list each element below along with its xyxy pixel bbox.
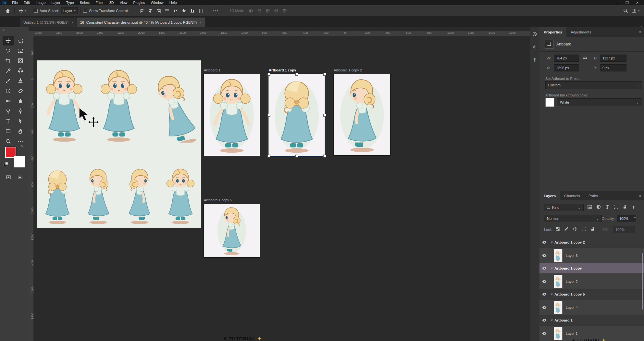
preset-dropdown[interactable]: Custom⌄ (545, 81, 642, 89)
x-field[interactable]: 2896 px (554, 64, 579, 71)
layer-name[interactable]: Artboard 1 copy 2 (554, 240, 585, 244)
visibility-eye-icon[interactable] (539, 279, 549, 284)
tab-properties[interactable]: Properties (539, 27, 566, 37)
minimize-icon[interactable]: – (616, 1, 618, 5)
image-filter-icon[interactable] (587, 204, 593, 210)
menu-view[interactable]: View (117, 0, 130, 5)
history-panel-icon[interactable] (531, 31, 538, 38)
auto-select-checkbox[interactable] (34, 9, 38, 13)
layer-group-artboard-1-copy-5[interactable]: ∨Artboard 1 copy 5 (539, 289, 644, 299)
distribute-v-icon[interactable] (197, 7, 205, 15)
height-field[interactable]: 1137 px (600, 55, 626, 62)
crop-tool[interactable] (3, 56, 14, 66)
layer-name[interactable]: Layer 4 (566, 306, 578, 309)
layers-scrollbar[interactable] (642, 253, 643, 309)
menu-window[interactable]: Window (148, 0, 167, 5)
menu-image[interactable]: Image (33, 0, 49, 5)
collapse-dock-icon[interactable]: « (534, 21, 536, 31)
dodge-tool[interactable] (3, 106, 14, 116)
layer-name[interactable]: Artboard 1 (554, 318, 573, 322)
expand-chevron-icon[interactable]: ∨ (549, 267, 554, 270)
visibility-eye-icon[interactable] (539, 331, 549, 336)
artboard-artboard-1[interactable] (204, 74, 260, 156)
object-select-tool[interactable] (15, 46, 26, 56)
layer-name[interactable]: Artboard 1 copy (554, 266, 582, 270)
rectangle-tool[interactable] (3, 126, 14, 136)
width-field[interactable]: 704 px (554, 55, 579, 62)
tab-channels[interactable]: Channels (560, 191, 584, 200)
distribute-h-icon[interactable] (163, 7, 171, 15)
layer-thumbnail[interactable] (554, 301, 563, 314)
collapse-panel-icon[interactable]: « (3, 28, 5, 32)
brush-tool[interactable] (3, 76, 14, 86)
attribute-filter-icon[interactable] (631, 204, 637, 210)
lock-transparent-icon[interactable] (555, 226, 560, 232)
tab-close-icon[interactable]: × (200, 21, 202, 24)
auto-select-dropdown[interactable]: Layer ▾ (61, 7, 78, 14)
opacity-field[interactable]: 100% (617, 215, 636, 222)
panel-menu-icon[interactable]: ≡ (639, 30, 641, 34)
layer-name[interactable]: Layer 2 (566, 280, 578, 284)
restore-icon[interactable]: ❐ (625, 1, 629, 5)
artboard-label[interactable]: Artboard 1 (204, 68, 220, 72)
eyedropper-tool[interactable] (3, 66, 14, 76)
layer-thumbnail[interactable] (554, 249, 563, 262)
layer-row-layer-4[interactable]: Layer 4 (539, 299, 644, 316)
blur-tool[interactable] (15, 96, 26, 106)
layer-name[interactable]: Artboard 1 copy 5 (554, 292, 585, 296)
move-tool-preset-icon[interactable] (17, 7, 25, 15)
layer-row-layer-3[interactable]: Layer 3 (539, 247, 644, 264)
type-tool[interactable] (3, 116, 14, 126)
character-panel-icon[interactable]: A| (531, 44, 538, 51)
lock-paint-icon[interactable] (564, 226, 569, 232)
expand-chevron-icon[interactable]: ∨ (549, 293, 554, 296)
pen-tool[interactable] (15, 106, 26, 116)
transform-handle[interactable] (267, 73, 270, 76)
artboard-label[interactable]: Artboard 1 copy 5 (204, 198, 232, 202)
artboard-label[interactable]: Artboard 1 copy (269, 68, 296, 72)
background-color-swatch[interactable] (14, 156, 25, 168)
tab-layers[interactable]: Layers (539, 191, 560, 200)
menu-edit[interactable]: Edit (21, 0, 33, 5)
layer-thumbnail[interactable] (554, 275, 563, 288)
smart-filter-icon[interactable] (622, 204, 628, 210)
lock-move-icon[interactable] (573, 226, 578, 232)
tab-paths[interactable]: Paths (584, 191, 602, 200)
quick-mask-icon[interactable] (5, 173, 12, 181)
show-transform-checkbox[interactable] (83, 9, 87, 13)
blend-mode-dropdown[interactable]: Normal⌄ (544, 215, 602, 222)
lasso-tool[interactable] (3, 46, 14, 56)
align-bottom-icon[interactable] (188, 7, 197, 15)
artboard-bg-dropdown[interactable]: White⌄ (557, 98, 642, 106)
path-select-tool[interactable] (15, 116, 26, 126)
horizontal-ruler[interactable]: 3000280026002400220020001800160014001200… (34, 31, 530, 36)
lock-artboard-icon[interactable] (581, 226, 587, 232)
expand-chevron-icon[interactable]: ∨ (549, 319, 554, 322)
transform-handle[interactable] (323, 155, 326, 158)
document-tab-1[interactable]: Untitled-1 @ 33.3% (RGB/8)× (20, 18, 77, 27)
visibility-eye-icon[interactable] (539, 240, 549, 245)
menu-layer[interactable]: Layer (48, 0, 63, 5)
visibility-eye-icon[interactable] (539, 292, 549, 297)
layer-name[interactable]: Layer 1 (566, 332, 578, 335)
menu-select[interactable]: Select (77, 0, 93, 5)
visibility-eye-icon[interactable] (539, 318, 549, 323)
close-icon[interactable]: ✕ (636, 1, 639, 5)
shape-filter-icon[interactable] (613, 204, 619, 210)
menu-filter[interactable]: Filter (93, 0, 106, 5)
transform-handle[interactable] (267, 155, 270, 158)
paragraph-panel-icon[interactable]: ¶ (531, 57, 538, 64)
transform-handle[interactable] (323, 114, 326, 117)
vertical-ruler[interactable]: 200020040060080010001200140016001800 (29, 36, 34, 341)
marquee-tool[interactable] (15, 36, 26, 45)
align-top-icon[interactable] (171, 7, 180, 15)
menu-help[interactable]: Help (167, 0, 180, 5)
lock-all-icon[interactable] (590, 226, 595, 232)
artboard-artboard-1-copy[interactable] (269, 74, 325, 156)
artboard-label[interactable]: Artboard 1 copy 2 (334, 68, 362, 72)
menu-plugins[interactable]: Plugins (130, 0, 148, 5)
screen-mode-icon[interactable] (16, 173, 24, 181)
transform-handle[interactable] (295, 155, 298, 158)
layer-filter-kind-dropdown[interactable]: Kind⌄ (544, 204, 584, 211)
artboard-artboard-1-copy-5[interactable] (204, 204, 260, 257)
